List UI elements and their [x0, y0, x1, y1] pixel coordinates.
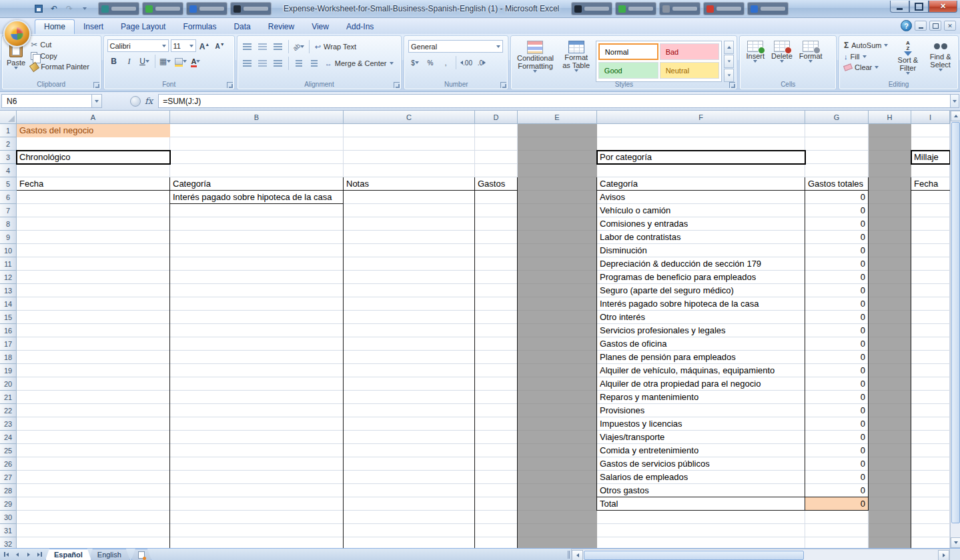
cell-F4[interactable] — [597, 164, 805, 177]
sheet-tab-espa-ol[interactable]: Español — [45, 549, 91, 560]
comma-button[interactable]: , — [439, 57, 452, 69]
content-G16[interactable]: 0 — [805, 324, 869, 337]
cell-D4[interactable] — [475, 164, 518, 177]
cell-C16[interactable] — [344, 324, 475, 337]
cell-D9[interactable] — [475, 231, 518, 244]
cell-D22[interactable] — [475, 404, 518, 417]
cell-A23[interactable] — [17, 417, 170, 431]
cell-H14[interactable] — [869, 297, 911, 311]
row-header-28[interactable]: 28 — [0, 484, 17, 497]
cell-E17[interactable] — [518, 337, 597, 351]
cell-E3[interactable] — [518, 151, 597, 164]
cell-D21[interactable] — [475, 391, 518, 404]
cell-B12[interactable] — [170, 271, 344, 284]
cell-I6[interactable] — [911, 191, 950, 204]
borders-button[interactable]: ▦ — [159, 55, 172, 67]
workbook-minimize-button[interactable] — [915, 21, 927, 31]
cut-button[interactable]: ✂Cut — [29, 39, 91, 50]
font-size-select[interactable]: 11 — [171, 39, 196, 52]
cell-E21[interactable] — [518, 391, 597, 404]
column-header-C[interactable]: C — [344, 111, 475, 124]
cell-A20[interactable] — [17, 377, 170, 391]
cell-H11[interactable] — [869, 257, 911, 271]
cell-H23[interactable] — [869, 417, 911, 431]
office-button[interactable] — [3, 20, 31, 47]
cell-A4[interactable] — [17, 164, 170, 177]
column-header-H[interactable]: H — [869, 111, 911, 124]
column-header-F[interactable]: F — [597, 111, 805, 124]
cell-A16[interactable] — [17, 324, 170, 337]
save-button[interactable] — [32, 3, 45, 15]
row-header-25[interactable]: 25 — [0, 444, 17, 457]
cell-I9[interactable] — [911, 231, 950, 244]
tab-split-handle[interactable] — [566, 549, 571, 560]
cell-B18[interactable] — [170, 351, 344, 364]
row-header-5[interactable]: 5 — [0, 177, 17, 191]
cell-D1[interactable] — [475, 124, 518, 137]
cell-A13[interactable] — [17, 284, 170, 297]
cell-H30[interactable] — [869, 511, 911, 524]
cell-I23[interactable] — [911, 417, 950, 431]
content-F24[interactable]: Viajes/transporte — [597, 431, 805, 444]
content-F18[interactable]: Planes de pensión para empleados — [597, 351, 805, 364]
redo-button[interactable]: ↷ — [63, 3, 76, 15]
cell-H31[interactable] — [869, 524, 911, 537]
content-F10[interactable]: Disminución — [597, 244, 805, 257]
content-G11[interactable]: 0 — [805, 257, 869, 271]
cell-E9[interactable] — [518, 231, 597, 244]
cell-A27[interactable] — [17, 471, 170, 484]
cell-H21[interactable] — [869, 391, 911, 404]
cell-A29[interactable] — [17, 497, 170, 511]
cell-I11[interactable] — [911, 257, 950, 271]
content-G26[interactable]: 0 — [805, 457, 869, 471]
content-F12[interactable]: Programas de beneficio para empleados — [597, 271, 805, 284]
cell-H17[interactable] — [869, 337, 911, 351]
row-header-3[interactable]: 3 — [0, 151, 17, 164]
cell-D14[interactable] — [475, 297, 518, 311]
cell-H29[interactable] — [869, 497, 911, 511]
content-B5[interactable]: Categoría — [170, 177, 344, 191]
cell-C26[interactable] — [344, 457, 475, 471]
cell-I32[interactable] — [911, 537, 950, 548]
cell-E2[interactable] — [518, 137, 597, 151]
cell-I17[interactable] — [911, 337, 950, 351]
cell-B29[interactable] — [170, 497, 344, 511]
cell-H16[interactable] — [869, 324, 911, 337]
content-F27[interactable]: Salarios de empleados — [597, 471, 805, 484]
underline-button[interactable]: U — [138, 55, 151, 67]
previous-sheet-button[interactable] — [11, 549, 23, 560]
row-header-1[interactable]: 1 — [0, 124, 17, 137]
row-header-2[interactable]: 2 — [0, 137, 17, 151]
ribbon-tab-page-layout[interactable]: Page Layout — [112, 20, 174, 34]
cell-F1[interactable] — [597, 124, 805, 137]
column-header-B[interactable]: B — [170, 111, 344, 124]
cell-D24[interactable] — [475, 431, 518, 444]
alignment-dialog-launcher[interactable] — [394, 82, 400, 88]
taskbar-item[interactable] — [142, 2, 183, 15]
content-G9[interactable]: 0 — [805, 231, 869, 244]
align-center-button[interactable] — [256, 57, 270, 69]
cell-C7[interactable] — [344, 204, 475, 217]
ribbon-tab-home[interactable]: Home — [35, 19, 75, 34]
select-all-corner[interactable] — [0, 111, 17, 124]
cell-A11[interactable] — [17, 257, 170, 271]
cell-E7[interactable] — [518, 204, 597, 217]
cell-E15[interactable] — [518, 311, 597, 324]
cell-H28[interactable] — [869, 484, 911, 497]
taskbar-item[interactable] — [230, 2, 272, 15]
insert-worksheet-button[interactable] — [131, 549, 151, 560]
cell-C29[interactable] — [344, 497, 475, 511]
cell-I24[interactable] — [911, 431, 950, 444]
cell-style-neutral[interactable]: Neutral — [660, 62, 720, 79]
scroll-down-button[interactable] — [951, 537, 960, 548]
row-header-16[interactable]: 16 — [0, 324, 17, 337]
cell-I13[interactable] — [911, 284, 950, 297]
cell-B4[interactable] — [170, 164, 344, 177]
cell-B31[interactable] — [170, 524, 344, 537]
cell-E25[interactable] — [518, 444, 597, 457]
content-F3[interactable]: Por categoría — [596, 150, 806, 165]
content-F22[interactable]: Provisiones — [597, 404, 805, 417]
content-G17[interactable]: 0 — [805, 337, 869, 351]
cell-C14[interactable] — [344, 297, 475, 311]
cell-B24[interactable] — [170, 431, 344, 444]
